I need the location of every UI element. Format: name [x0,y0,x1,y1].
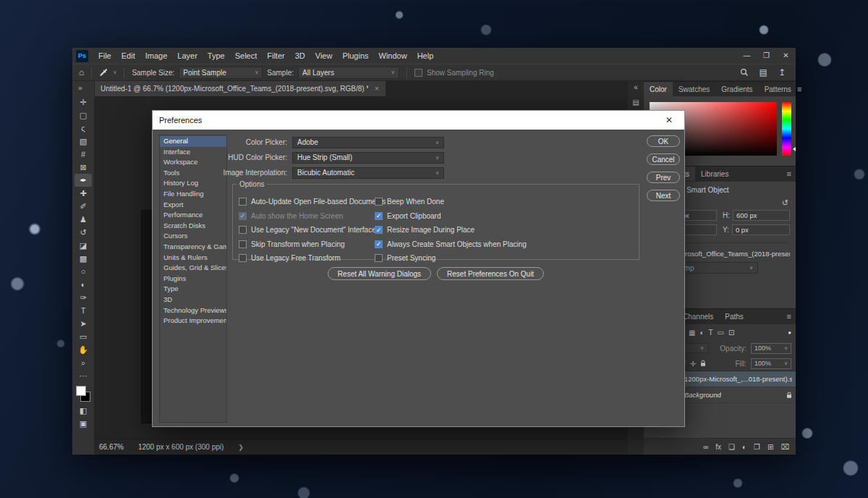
edit-toolbar-icon[interactable]: ⋯ [75,369,92,382]
checkbox-box[interactable] [239,254,247,262]
frame-tool[interactable]: ⊠ [75,161,92,174]
filter-pixel-layers-icon[interactable]: ▦ [689,329,695,337]
close-button[interactable]: ✕ [776,48,796,64]
tab-close-icon[interactable]: × [375,85,379,93]
eyedropper-tool[interactable]: ✒ [75,174,92,187]
checkbox-box[interactable] [375,254,383,262]
menu-item[interactable]: Layer [172,51,203,60]
menu-item[interactable]: Type [203,51,230,60]
panel-menu-icon[interactable]: ≡ [797,85,801,93]
layer-effects-icon[interactable]: fx [715,443,721,451]
quick-mask-icon[interactable]: ◧ [75,404,92,417]
checkbox-box[interactable] [239,226,247,234]
preferences-category[interactable]: Technology Previews [160,305,226,316]
eyedropper-tool-preset-icon[interactable]: ∨ [99,68,116,77]
resize-image-during-place-checkbox[interactable]: Resize Image During Place [375,223,527,237]
filter-adjustment-layers-icon[interactable]: ◐ [699,329,704,337]
dodge-tool[interactable]: ◐ [75,278,92,291]
move-tool[interactable]: ✛ [75,96,92,109]
opacity-field[interactable]: 100% ∨ [751,343,791,354]
field-dropdown[interactable]: Bicubic Automatic ∨ [292,167,444,179]
menu-item[interactable]: View [310,51,338,60]
brush-tool[interactable]: ✐ [75,200,92,213]
layer-filter-toggle-icon[interactable]: ● [788,329,791,336]
always-create-smart-objects-checkbox[interactable]: Always Create Smart Objects when Placing [375,237,527,252]
spot-healing-brush-tool[interactable]: ✚ [75,187,92,200]
gradient-tool[interactable]: ▩ [75,252,92,265]
preferences-category[interactable]: Type [160,284,226,295]
fill-field[interactable]: 100% ∨ [751,358,791,369]
ok-button[interactable]: OK [647,135,680,147]
legacy-free-transform-checkbox[interactable]: Use Legacy Free Transform [239,251,386,266]
menu-item[interactable]: Select [230,51,263,60]
checkbox-box[interactable] [375,226,383,234]
search-icon[interactable] [740,68,749,77]
preferences-category[interactable]: Units & Rulers [160,253,226,263]
zoom-level[interactable]: 66.67% [99,443,124,451]
crop-tool[interactable]: # [75,148,92,161]
checkbox-box[interactable] [239,212,247,220]
share-icon[interactable]: ↥ [778,67,786,77]
object-selection-tool[interactable]: ▧ [75,135,92,148]
preferences-category[interactable]: 3D [160,295,226,305]
menu-item[interactable]: 3D [290,51,310,60]
history-brush-tool[interactable]: ↺ [75,226,92,239]
panel-tab[interactable]: Swatches [673,82,715,96]
toolbar-expand-icon[interactable]: » [72,81,82,96]
blur-tool[interactable]: ○ [75,265,92,278]
rectangle-tool[interactable]: ▭ [75,330,92,343]
document-tab[interactable]: Untitled-1 @ 66.7% (1200px-Microsoft_Off… [94,81,386,96]
cancel-button[interactable]: Cancel [647,153,680,165]
path-selection-tool[interactable]: ➤ [75,317,92,330]
menu-item[interactable]: Window [374,51,412,60]
checkbox-box[interactable] [375,212,383,220]
preferences-category[interactable]: Guides, Grid & Slices [160,263,226,274]
field-dropdown[interactable]: Hue Strip (Small) ∨ [292,152,444,164]
preferences-category[interactable]: Product Improvement [160,316,226,326]
height-field[interactable]: 600 px [733,210,790,221]
delete-layer-icon[interactable]: ⌧ [780,443,789,451]
dialog-close-button[interactable]: ✕ [654,111,684,130]
preset-syncing-checkbox[interactable]: Preset Syncing [375,251,527,266]
adjustment-layer-icon[interactable]: ◐ [742,443,746,451]
pen-tool[interactable]: ✑ [75,291,92,304]
preferences-category[interactable]: Plugins [160,274,226,284]
collapse-panels-icon[interactable]: « [634,83,638,91]
lasso-tool[interactable]: ς [75,122,92,135]
show-sampling-ring-checkbox[interactable] [414,69,422,77]
preferences-category[interactable]: Export [160,200,226,211]
preferences-category[interactable]: Scratch Disks [160,221,226,232]
reset-preferences-button[interactable]: Reset Preferences On Quit [437,267,544,280]
clone-stamp-tool[interactable]: ♟ [75,213,92,226]
field-dropdown[interactable]: Adobe ∨ [292,137,444,148]
lock-position-icon[interactable]: ✛ [690,360,696,368]
menu-item[interactable]: Help [412,51,439,60]
panel-tab[interactable]: Color [644,82,673,96]
workspace-switcher-icon[interactable]: ▤ [760,67,767,77]
preferences-category[interactable]: File Handling [160,189,226,200]
filter-smart-objects-icon[interactable]: ⊡ [728,329,734,337]
legacy-new-document-checkbox[interactable]: Use Legacy "New Document" Interface [239,223,386,237]
status-chevron-icon[interactable]: ❯ [238,444,244,451]
foreground-color-swatch[interactable] [76,386,86,396]
auto-show-home-screen-checkbox[interactable]: Auto show the Home Screen [239,209,386,224]
new-layer-icon[interactable]: ⊞ [767,443,773,451]
zoom-tool[interactable]: ⌕ [75,356,92,369]
collapsed-panel-icon[interactable]: ▤ [632,98,639,106]
menu-item[interactable]: File [93,51,116,60]
preferences-category[interactable]: Cursors [160,231,226,242]
checkbox-box[interactable] [239,240,247,248]
minimize-button[interactable]: — [737,48,757,64]
beep-when-done-checkbox[interactable]: Beep When Done [375,195,527,209]
y-field[interactable]: 0 px [732,224,790,235]
preferences-category[interactable]: Transparency & Gamut [160,242,226,253]
eraser-tool[interactable]: ◪ [75,239,92,252]
filter-type-layers-icon[interactable]: T [709,329,713,337]
sample-select[interactable]: All Layers ∨ [298,67,399,79]
panel-tab[interactable]: Libraries [695,166,734,181]
checkbox-box[interactable] [239,198,247,206]
panel-tab[interactable]: Gradients [715,82,758,96]
panel-menu-icon[interactable]: ≡ [787,312,791,321]
layer-group-icon[interactable]: ❒ [754,443,760,451]
link-layers-icon[interactable]: ∞ [703,443,708,451]
